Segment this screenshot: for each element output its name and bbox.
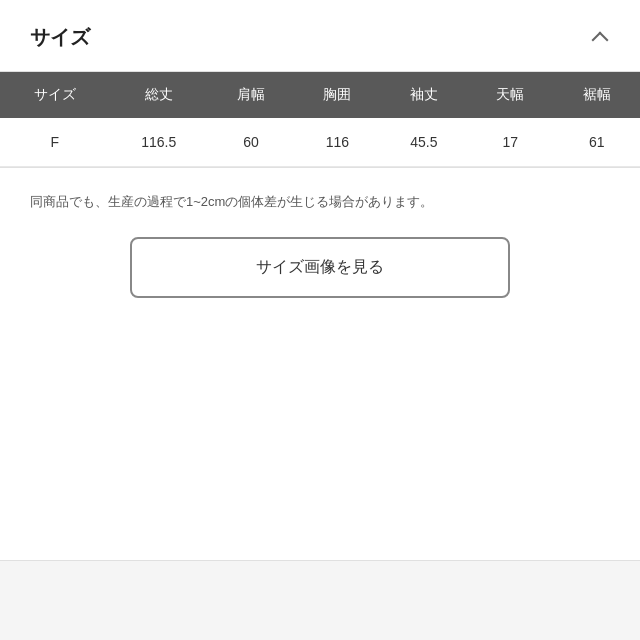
page-container: サイズ サイズ 総丈 肩幅 胸囲 袖丈 天幅 裾幅 xyxy=(0,0,640,640)
col-header-hem: 裾幅 xyxy=(554,72,640,118)
size-table: サイズ 総丈 肩幅 胸囲 袖丈 天幅 裾幅 F 116.5 60 116 xyxy=(0,72,640,167)
main-card: サイズ サイズ 総丈 肩幅 胸囲 袖丈 天幅 裾幅 xyxy=(0,0,640,560)
cell-sleeve: 45.5 xyxy=(381,118,467,167)
size-image-button[interactable]: サイズ画像を見る xyxy=(130,237,510,298)
table-row: F 116.5 60 116 45.5 17 61 xyxy=(0,118,640,167)
table-body: F 116.5 60 116 45.5 17 61 xyxy=(0,118,640,167)
col-header-top-width: 天幅 xyxy=(467,72,553,118)
section-header: サイズ xyxy=(0,0,640,72)
size-table-wrapper: サイズ 総丈 肩幅 胸囲 袖丈 天幅 裾幅 F 116.5 60 116 xyxy=(0,72,640,168)
cell-shoulder: 60 xyxy=(208,118,294,167)
table-header: サイズ 総丈 肩幅 胸囲 袖丈 天幅 裾幅 xyxy=(0,72,640,118)
size-image-button-wrapper: サイズ画像を見る xyxy=(0,229,640,328)
cell-top-width: 17 xyxy=(467,118,553,167)
cell-chest: 116 xyxy=(294,118,380,167)
col-header-chest: 胸囲 xyxy=(294,72,380,118)
collapse-icon[interactable] xyxy=(592,31,609,48)
bottom-bar xyxy=(0,560,640,640)
disclaimer-text: 同商品でも、生産の過程で1~2cmの個体差が生じる場合があります。 xyxy=(0,168,640,229)
cell-size: F xyxy=(0,118,110,167)
col-header-size: サイズ xyxy=(0,72,110,118)
col-header-shoulder: 肩幅 xyxy=(208,72,294,118)
col-header-sleeve: 袖丈 xyxy=(381,72,467,118)
col-header-total-length: 総丈 xyxy=(110,72,208,118)
section-title: サイズ xyxy=(30,24,90,51)
cell-hem: 61 xyxy=(554,118,640,167)
cell-total-length: 116.5 xyxy=(110,118,208,167)
